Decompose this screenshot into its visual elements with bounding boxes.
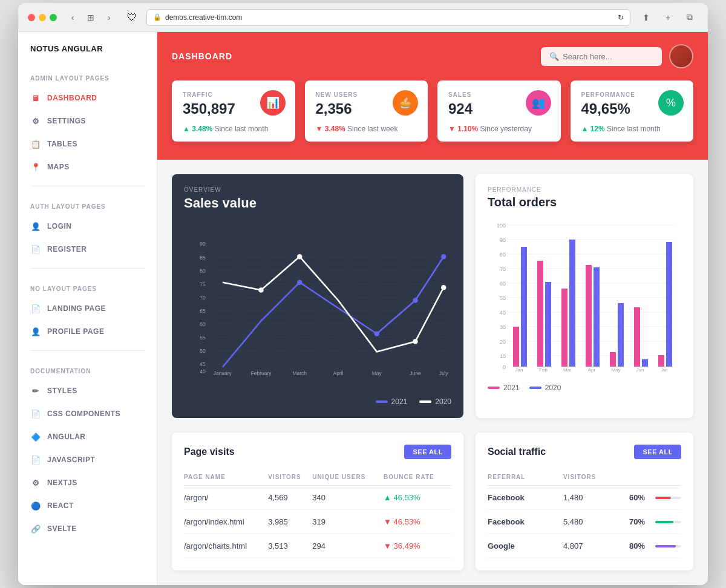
forward-button[interactable]: › (100, 9, 117, 26)
svg-rect-63 (586, 265, 592, 367)
login-icon: 👤 (30, 221, 41, 232)
stats-area: TRAFFIC 350,897 📊 ▲ 3.48% Since last mon… (157, 80, 708, 160)
css-icon: 📄 (30, 408, 41, 419)
sidebar-item-settings[interactable]: ⚙SETTINGS (18, 109, 157, 132)
performance-chart-card: PERFORMANCE Total orders (476, 174, 693, 418)
sidebar-item-login[interactable]: 👤LOGIN (18, 215, 157, 238)
sidebar-item-tables[interactable]: 📋TABLES (18, 132, 157, 155)
divider-0 (30, 186, 145, 186)
sidebar-item-dashboard[interactable]: 🖥DASHBOARD (18, 87, 157, 109)
unique-cell: 294 (312, 534, 384, 558)
sidebar-item-styles[interactable]: ✏Styles (18, 379, 157, 402)
share-button[interactable]: ⬆ (638, 9, 655, 26)
legend-label-2020: 2020 (435, 397, 451, 406)
browser-dots (28, 14, 57, 21)
svg-text:Jan: Jan (515, 367, 523, 373)
sidebar-item-label-nextjs: NextJS (47, 479, 77, 487)
svg-rect-58 (521, 247, 527, 367)
svg-text:65: 65 (200, 308, 206, 314)
dot-green[interactable] (50, 14, 57, 21)
table-row: /argon/charts.html 3,513 294 ▼ 36,49% (184, 534, 451, 558)
page-visits-tbody: /argon/ 4,569 340 ▲ 46,53% /argon/index.… (184, 486, 451, 558)
tables-row: Page visits SEE ALL PAGE NAME VISITORS U… (172, 433, 693, 570)
social-traffic-see-all[interactable]: SEE ALL (634, 445, 681, 459)
sidebar-item-landing[interactable]: 📄LANDING PAGE (18, 297, 157, 320)
settings-icon: ⚙ (30, 116, 41, 126)
stat-card-sales: SALES 924 👥 ▼ 1.10% Since yesterday (437, 80, 561, 142)
social-traffic-card: Social traffic SEE ALL REFERRAL VISITORS (476, 433, 693, 570)
stat-card-performance: PERFORMANCE 49,65% % ▲ 12% Since last mo… (571, 80, 694, 142)
legend-2020: 2020 (419, 397, 451, 406)
search-bar[interactable]: 🔍 (541, 47, 662, 66)
sidebar-item-label-login: LOGIN (47, 222, 72, 230)
bar-legend: 2021 2020 (488, 384, 681, 392)
sidebar-item-label-landing: LANDING PAGE (47, 304, 106, 313)
dot-red[interactable] (28, 14, 35, 21)
sidebar-item-svelte[interactable]: 🔗Svelte (18, 517, 157, 540)
new-tab-button[interactable]: + (659, 9, 676, 26)
app-layout: NOTUS ANGULAR ADMIN LAYOUT PAGES🖥DASHBOA… (18, 32, 708, 585)
divider-2 (30, 350, 145, 351)
svg-text:May: May (611, 367, 620, 373)
chart-area: 90 85 80 75 70 65 60 55 50 45 40 (184, 221, 451, 390)
sidebar-item-react[interactable]: 🔵React (18, 494, 157, 517)
svg-rect-69 (658, 355, 664, 367)
sidebar-item-profile[interactable]: 👤PROFILE PAGE (18, 320, 157, 343)
page-visits-see-all[interactable]: SEE ALL (404, 445, 451, 459)
svg-point-34 (413, 339, 418, 344)
sidebar-item-javascript[interactable]: 📄Javascript (18, 448, 157, 471)
page-visits-header: Page visits SEE ALL (184, 445, 451, 459)
sidebar-item-register[interactable]: 📄REGISTER (18, 238, 157, 261)
browser-window: ‹ ⊞ › 🛡 🔒 demos.creative-tim.com ↻ ⬆ + ⧉… (18, 3, 708, 585)
sidebar-toggle[interactable]: ⊞ (82, 9, 99, 26)
svg-rect-64 (594, 267, 600, 367)
refresh-icon[interactable]: ↻ (618, 13, 624, 22)
social-traffic-title: Social traffic (488, 446, 546, 457)
table-row: Google 4,807 80% (488, 534, 681, 558)
sidebar-item-maps[interactable]: 📍MAPS (18, 155, 157, 178)
svg-rect-62 (569, 240, 575, 367)
back-button[interactable]: ‹ (64, 9, 81, 26)
landing-icon: 📄 (30, 303, 41, 314)
svg-text:80: 80 (200, 268, 206, 274)
svg-rect-65 (610, 352, 616, 367)
sidebar-item-angular[interactable]: 🔷Angular (18, 425, 157, 448)
search-input[interactable] (563, 52, 653, 61)
sidebar-item-label-register: REGISTER (47, 245, 87, 253)
svg-text:40: 40 (200, 368, 206, 374)
page-visits-card: Page visits SEE ALL PAGE NAME VISITORS U… (172, 433, 463, 570)
sidebar-item-css[interactable]: 📄CSS Components (18, 402, 157, 425)
tab-overview-button[interactable]: ⧉ (681, 9, 698, 26)
dot-yellow[interactable] (39, 14, 46, 21)
change-value-new-users: ▼ 3.48% (316, 125, 345, 133)
svg-rect-68 (642, 359, 648, 367)
dashboard-icon: 🖥 (30, 93, 41, 103)
legend-label-2021: 2021 (391, 397, 408, 406)
legend-color-2020 (419, 400, 431, 403)
svg-text:50: 50 (200, 348, 206, 354)
sidebar-item-nextjs[interactable]: ⚙NextJS (18, 471, 157, 494)
svg-point-33 (297, 254, 302, 260)
svg-text:April: April (333, 370, 343, 376)
stat-change-new-users: ▼ 3.48% Since last week (316, 125, 417, 133)
bounce-cell: ▼ 36,49% (384, 534, 451, 558)
referral-cell: Facebook (488, 510, 563, 534)
bar-chart-svg: 100 90 80 70 60 50 40 30 20 10 0 (488, 219, 681, 376)
stat-icon-sales: 👥 (526, 90, 551, 116)
table-row: Facebook 5,480 70% (488, 510, 681, 534)
header: DASHBOARD 🔍 (157, 32, 708, 80)
svg-text:February: February (250, 370, 272, 376)
svg-text:100: 100 (497, 223, 506, 229)
svg-text:60: 60 (200, 321, 206, 327)
svg-rect-57 (513, 327, 519, 367)
visitors-cell: 3,513 (268, 534, 312, 558)
svg-point-31 (441, 254, 446, 260)
perf-title: Total orders (488, 195, 681, 209)
svg-rect-60 (545, 282, 551, 367)
change-text-sales: Since yesterday (480, 125, 532, 133)
social-visitors-cell: 5,480 (563, 510, 629, 534)
address-bar[interactable]: 🔒 demos.creative-tim.com ↻ (146, 9, 630, 26)
change-value-sales: ▼ 1.10% (448, 125, 478, 133)
page-visits-table: PAGE NAME VISITORS UNIQUE USERS BOUNCE R… (184, 469, 451, 558)
avatar[interactable] (669, 44, 693, 68)
